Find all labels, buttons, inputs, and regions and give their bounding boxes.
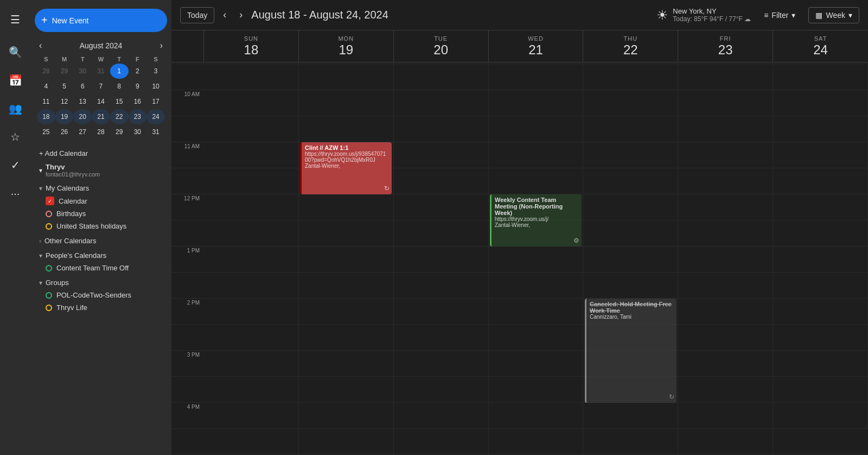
day-cell[interactable]	[299, 64, 394, 90]
mini-cal-day[interactable]: 17	[146, 94, 165, 109]
day-cell[interactable]	[583, 299, 678, 325]
mini-cal-day[interactable]: 21	[92, 109, 110, 124]
day-cell[interactable]	[583, 194, 678, 220]
day-cell[interactable]	[583, 247, 678, 273]
mini-cal-prev[interactable]: ‹	[37, 39, 44, 53]
day-cell[interactable]	[299, 429, 394, 455]
day-cell[interactable]	[678, 377, 773, 403]
day-cell[interactable]	[773, 403, 868, 429]
next-week-button[interactable]: ›	[235, 5, 247, 25]
mini-cal-day[interactable]: 1	[110, 64, 129, 79]
day-cell[interactable]	[583, 168, 678, 194]
day-cell[interactable]	[394, 64, 489, 90]
filter-button[interactable]: ≡ Filter ▾	[757, 8, 802, 23]
day-cell[interactable]	[394, 273, 489, 299]
groups-header[interactable]: ▾ Groups	[30, 276, 171, 289]
cal-item-thryv-life[interactable]: Thryv Life	[30, 301, 171, 314]
day-cell[interactable]	[773, 168, 868, 194]
day-cell[interactable]	[773, 116, 868, 142]
day-cell[interactable]	[773, 299, 868, 325]
mini-cal-day[interactable]: 23	[129, 109, 147, 124]
mini-cal-day[interactable]: 19	[55, 109, 74, 124]
day-cell[interactable]	[773, 247, 868, 273]
day-cell[interactable]	[773, 220, 868, 247]
mini-cal-day[interactable]: 31	[146, 124, 165, 140]
day-cell[interactable]	[299, 90, 394, 116]
day-cell[interactable]	[204, 273, 299, 299]
day-cell[interactable]	[489, 247, 584, 273]
day-cell[interactable]	[204, 429, 299, 455]
day-cell[interactable]	[583, 220, 678, 247]
mini-cal-day[interactable]: 25	[37, 124, 55, 140]
account-header[interactable]: ▾ Thryv fontac01@thryv.com	[30, 161, 171, 180]
day-cell[interactable]	[489, 429, 584, 455]
mini-cal-day[interactable]: 7	[92, 79, 110, 94]
mini-cal-day[interactable]: 15	[110, 94, 129, 109]
day-cell[interactable]	[204, 325, 299, 351]
day-cell[interactable]	[678, 220, 773, 247]
mini-cal-day[interactable]: 8	[110, 79, 129, 94]
day-cell[interactable]	[394, 247, 489, 273]
day-cell[interactable]	[678, 403, 773, 429]
day-cell[interactable]	[204, 247, 299, 273]
day-cell[interactable]	[583, 273, 678, 299]
day-cell[interactable]	[299, 168, 394, 194]
other-calendars-header[interactable]: › Other Calendars	[30, 235, 171, 247]
day-cell[interactable]	[678, 90, 773, 116]
day-cell[interactable]	[489, 325, 584, 351]
prev-week-button[interactable]: ‹	[219, 5, 231, 25]
day-cell[interactable]	[394, 142, 489, 168]
mini-cal-day[interactable]: 2	[129, 64, 147, 79]
search-icon[interactable]: 🔍	[4, 41, 26, 63]
mini-cal-day[interactable]: 30	[73, 64, 92, 79]
day-cell[interactable]	[678, 194, 773, 220]
mini-cal-day[interactable]: 29	[110, 124, 129, 140]
day-cell[interactable]	[773, 273, 868, 299]
day-cell[interactable]	[204, 220, 299, 247]
day-cell[interactable]	[678, 273, 773, 299]
mini-cal-day[interactable]: 18	[37, 109, 55, 124]
people-icon[interactable]: 👥	[4, 98, 26, 119]
mini-cal-day[interactable]: 30	[129, 124, 147, 140]
cal-item-content-team[interactable]: Content Team Time Off	[30, 262, 171, 274]
day-cell[interactable]	[204, 168, 299, 194]
day-cell[interactable]	[583, 116, 678, 142]
mini-cal-day[interactable]: 27	[73, 124, 92, 140]
more-icon[interactable]: ···	[4, 182, 26, 204]
day-cell[interactable]	[489, 351, 584, 377]
day-cell[interactable]	[773, 429, 868, 455]
day-cell[interactable]	[583, 403, 678, 429]
my-calendars-header[interactable]: ▾ My Calendars	[30, 182, 171, 194]
day-cell[interactable]	[773, 142, 868, 168]
mini-cal-day[interactable]: 16	[129, 94, 147, 109]
day-cell[interactable]	[489, 377, 584, 403]
day-cell[interactable]	[204, 299, 299, 325]
day-cell[interactable]	[489, 273, 584, 299]
day-cell[interactable]	[583, 64, 678, 90]
day-cell[interactable]	[204, 351, 299, 377]
day-cell[interactable]	[678, 325, 773, 351]
day-cell[interactable]	[583, 351, 678, 377]
add-calendar-btn[interactable]: + Add Calendar	[30, 146, 171, 161]
day-cell[interactable]	[299, 403, 394, 429]
day-cell[interactable]	[394, 220, 489, 247]
day-cell[interactable]	[489, 142, 584, 168]
cal-item-pol-codetwo[interactable]: POL-CodeTwo-Senders	[30, 289, 171, 301]
mini-cal-day[interactable]: 26	[55, 124, 74, 140]
mini-cal-day[interactable]: 12	[55, 94, 74, 109]
day-cell[interactable]	[773, 194, 868, 220]
day-cell[interactable]	[773, 377, 868, 403]
day-cell[interactable]	[583, 377, 678, 403]
cal-item-birthdays[interactable]: Birthdays	[30, 207, 171, 220]
mini-cal-day[interactable]: 10	[146, 79, 165, 94]
day-cell[interactable]	[394, 351, 489, 377]
new-event-button[interactable]: + New Event	[35, 9, 167, 32]
day-cell[interactable]	[773, 90, 868, 116]
mini-cal-day[interactable]: 6	[73, 79, 92, 94]
day-cell[interactable]	[773, 325, 868, 351]
mini-cal-day[interactable]: 22	[110, 109, 129, 124]
day-cell[interactable]	[678, 168, 773, 194]
day-cell[interactable]	[583, 325, 678, 351]
mini-cal-day[interactable]: 29	[55, 64, 74, 79]
day-cell[interactable]	[299, 220, 394, 247]
